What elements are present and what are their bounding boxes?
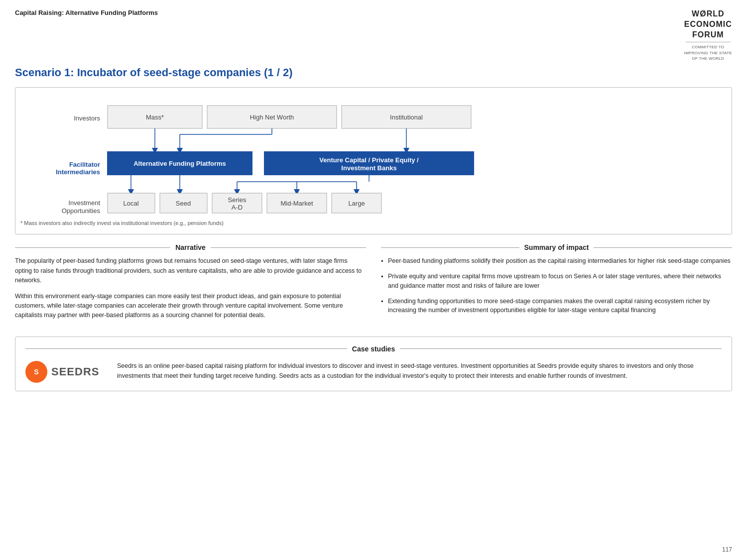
svg-text:Investment: Investment xyxy=(68,199,100,207)
top-bar: Capital Raising: Alternative Funding Pla… xyxy=(15,9,732,61)
content-section: Narrative The popularity of peer-based f… xyxy=(15,243,732,326)
summary-list: Peer-based funding platforms solidify th… xyxy=(381,256,732,315)
diagram-svg: Investors Facilitator Intermediaries Inv… xyxy=(20,95,733,224)
narrative-line-right xyxy=(211,247,366,248)
svg-text:Investment Banks: Investment Banks xyxy=(341,164,396,172)
seedrs-text: SEEDRS xyxy=(51,365,99,378)
summary-item-2: Private equity and venture capital firms… xyxy=(381,272,732,291)
diagram-container: Investors Facilitator Intermediaries Inv… xyxy=(15,87,732,235)
svg-text:Series: Series xyxy=(228,196,247,204)
narrative-label: Narrative xyxy=(170,243,211,251)
svg-text:High Net Worth: High Net Worth xyxy=(250,113,294,121)
svg-text:Opportunities: Opportunities xyxy=(62,207,101,215)
case-line-left xyxy=(25,348,347,349)
svg-text:A-D: A-D xyxy=(232,204,243,211)
svg-text:Institutional: Institutional xyxy=(390,113,423,121)
narrative-para-2: Within this environment early-stage comp… xyxy=(15,292,366,321)
summary-item-3: Extending funding opportunities to more … xyxy=(381,297,732,316)
svg-text:Investors: Investors xyxy=(74,114,100,122)
narrative-section: Narrative The popularity of peer-based f… xyxy=(15,243,366,326)
narrative-text: The popularity of peer-based funding pla… xyxy=(15,256,366,320)
wef-logo-line1: WØRLD ECONOMIC FORUM xyxy=(684,9,732,40)
svg-text:Local: Local xyxy=(123,200,138,207)
seedrs-logo: S SEEDRS xyxy=(25,361,105,383)
svg-text:Mass*: Mass* xyxy=(146,113,164,121)
case-studies-section: Case studies S SEEDRS Seedrs is an onlin… xyxy=(15,336,732,391)
wef-tagline: COMMITTED TOIMPROVING THE STATEOF THE WO… xyxy=(684,44,732,61)
case-studies-label: Case studies xyxy=(347,345,400,353)
case-studies-header: Case studies xyxy=(25,345,722,353)
seedrs-icon: S xyxy=(25,361,47,383)
summary-item-1: Peer-based funding platforms solidify th… xyxy=(381,256,732,266)
scenario-title: Scenario 1: Incubator of seed-stage comp… xyxy=(15,66,732,79)
svg-text:S: S xyxy=(34,368,38,376)
summary-section: Summary of impact Peer-based funding pla… xyxy=(381,243,732,326)
diagram-footnote: * Mass investors also indirectly invest … xyxy=(20,219,727,227)
seedrs-description: Seedrs is an online peer-based capital r… xyxy=(117,361,722,381)
narrative-para-1: The popularity of peer-based funding pla… xyxy=(15,256,366,285)
case-line-right xyxy=(400,348,722,349)
narrative-header: Narrative xyxy=(15,243,366,251)
case-content: S SEEDRS Seedrs is an online peer-based … xyxy=(25,361,722,383)
page-title-top: Capital Raising: Alternative Funding Pla… xyxy=(15,9,158,16)
svg-text:Seed: Seed xyxy=(176,200,191,207)
svg-text:Mid-Market: Mid-Market xyxy=(280,200,313,207)
summary-line-left xyxy=(381,247,519,248)
svg-text:Venture Capital / Private Equi: Venture Capital / Private Equity / xyxy=(319,156,419,164)
summary-label: Summary of impact xyxy=(519,243,594,251)
wef-logo: WØRLD ECONOMIC FORUM COMMITTED TOIMPROVI… xyxy=(684,9,732,61)
page-number: 117 xyxy=(722,546,732,553)
svg-text:Alternative Funding Platforms: Alternative Funding Platforms xyxy=(133,160,226,167)
summary-line-right xyxy=(594,247,732,248)
svg-text:Facilitator: Facilitator xyxy=(69,161,100,168)
narrative-line-left xyxy=(15,247,170,248)
svg-text:Intermediaries: Intermediaries xyxy=(56,168,100,176)
summary-header: Summary of impact xyxy=(381,243,732,251)
svg-text:Large: Large xyxy=(348,200,365,207)
